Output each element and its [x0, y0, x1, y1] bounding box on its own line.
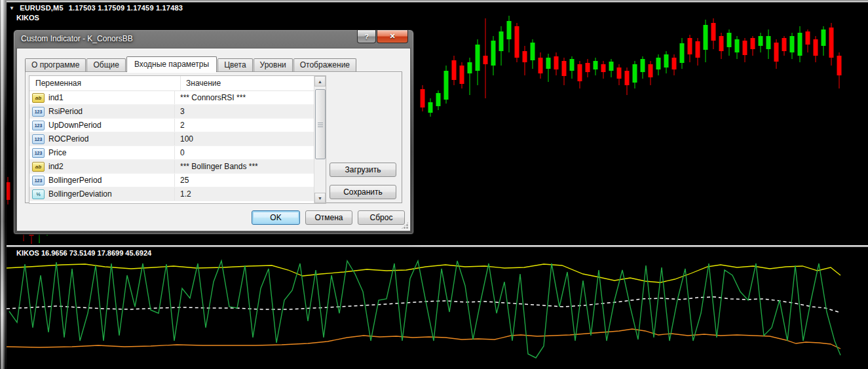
symbol-dropdown-icon[interactable]: ▼ — [9, 5, 14, 11]
window-top-border — [0, 0, 868, 3]
param-value[interactable]: 3 — [175, 107, 314, 116]
cancel-button[interactable]: Отмена — [305, 210, 352, 225]
param-name-cell: ½BollingerDeviation — [29, 187, 175, 201]
terminal-window: ▼ EURUSD,M5 1.17503 1.17509 1.17459 1.17… — [0, 0, 868, 369]
param-row-BollingerPeriod[interactable]: 123BollingerPeriod25 — [29, 174, 314, 187]
table-header: Переменная Значение — [29, 76, 326, 91]
symbol-label: EURUSD,M5 — [20, 4, 64, 12]
param-name-cell: 123RsiPeriod — [29, 105, 175, 118]
reset-button[interactable]: Сброс — [358, 210, 405, 225]
load-button[interactable]: Загрузить — [330, 163, 396, 177]
int-param-icon: 123 — [32, 176, 45, 185]
tab-levels[interactable]: Уровни — [254, 58, 293, 71]
param-value[interactable]: *** Bollinger Bands *** — [175, 162, 314, 171]
param-row-ind1[interactable]: abind1*** ConnorsRSI *** — [29, 91, 314, 105]
param-label: ind1 — [48, 93, 64, 102]
dialog-titlebar[interactable]: Custom Indicator - K_ConorsBB ? ✕ — [14, 30, 413, 48]
tab-about[interactable]: О программе — [25, 58, 86, 71]
double-param-icon: ½ — [32, 189, 45, 199]
param-name-cell: 123ROCPeriod — [29, 132, 175, 146]
save-button[interactable]: Сохранить — [330, 185, 396, 199]
column-header-variable[interactable]: Переменная — [29, 76, 181, 90]
scroll-down-icon[interactable]: ▼ — [314, 193, 326, 203]
dialog-tabs: О программеОбщиеВходные параметрыЦветаУр… — [25, 56, 357, 71]
param-label: BollingerPeriod — [48, 176, 102, 185]
dialog-client-area: О программеОбщиеВходные параметрыЦветаУр… — [16, 48, 411, 231]
int-param-icon: 123 — [32, 107, 45, 117]
param-label: ind2 — [48, 162, 64, 171]
param-row-ind2[interactable]: abind2*** Bollinger Bands *** — [29, 160, 314, 174]
param-label: ROCPeriod — [48, 134, 88, 144]
inputs-tab-panel: Переменная Значение abind1*** ConnorsRSI… — [25, 71, 402, 203]
param-row-BollingerDeviation[interactable]: ½BollingerDeviation1.2 — [29, 187, 314, 201]
param-row-RsiPeriod[interactable]: 123RsiPeriod3 — [29, 105, 314, 119]
window-left-border — [0, 0, 7, 369]
ok-button[interactable]: OK — [252, 210, 300, 225]
param-name-cell: 123Price — [29, 146, 175, 159]
help-button[interactable]: ? — [357, 30, 376, 43]
scroll-up-icon[interactable]: ▲ — [314, 76, 326, 87]
dialog-title: Custom Indicator - K_ConorsBB — [21, 34, 133, 43]
chart-indicator-label: KIKOS — [16, 14, 39, 22]
int-param-icon: 123 — [32, 121, 45, 130]
param-name-cell: 123BollingerPeriod — [29, 174, 175, 187]
caption-buttons: ? ✕ — [357, 30, 408, 43]
param-value[interactable]: 1.2 — [175, 189, 314, 199]
table-scrollbar[interactable]: ▲ ▼ — [314, 76, 326, 203]
tab-common[interactable]: Общие — [86, 58, 125, 71]
column-header-value[interactable]: Значение — [181, 79, 326, 88]
int-param-icon: 123 — [32, 148, 45, 158]
param-row-ROCPeriod[interactable]: 123ROCPeriod100 — [29, 132, 314, 146]
quote-values: 1.17503 1.17509 1.17459 1.17483 — [69, 4, 183, 12]
param-row-UpDownPeriod[interactable]: 123UpDownPeriod2 — [29, 119, 314, 132]
parameters-table: Переменная Значение abind1*** ConnorsRSI… — [29, 75, 326, 204]
param-label: RsiPeriod — [48, 107, 83, 116]
param-label: BollingerDeviation — [48, 189, 112, 199]
param-value[interactable]: 0 — [175, 148, 314, 157]
string-param-icon: ab — [32, 162, 45, 172]
custom-indicator-dialog: Custom Indicator - K_ConorsBB ? ✕ О прог… — [13, 29, 414, 235]
param-name-cell: 123UpDownPeriod — [29, 119, 175, 132]
param-value[interactable]: 2 — [175, 121, 314, 130]
chart-header: ▼ EURUSD,M5 1.17503 1.17509 1.17459 1.17… — [9, 4, 183, 12]
param-value[interactable]: 25 — [175, 176, 314, 185]
tab-visualization[interactable]: Отображение — [293, 58, 356, 71]
param-label: UpDownPeriod — [48, 121, 102, 130]
string-param-icon: ab — [32, 93, 45, 103]
pane-separator[interactable] — [7, 245, 868, 247]
param-value[interactable]: *** ConnorsRSI *** — [175, 93, 314, 102]
close-button[interactable]: ✕ — [377, 30, 408, 43]
param-name-cell: abind1 — [29, 91, 175, 104]
param-name-cell: abind2 — [29, 160, 175, 173]
int-param-icon: 123 — [32, 134, 45, 144]
scrollbar-thumb[interactable] — [315, 89, 326, 159]
kikos-indicator-chart[interactable] — [0, 247, 868, 369]
param-row-Price[interactable]: 123Price0 — [29, 146, 314, 160]
kikos-pane-label: KIKOS 16.9656 73.5149 17.8699 45.6924 — [16, 249, 151, 257]
tab-inputs[interactable]: Входные параметры — [126, 56, 217, 72]
tab-colors[interactable]: Цвета — [217, 58, 252, 71]
param-label: Price — [48, 148, 66, 157]
param-value[interactable]: 100 — [175, 134, 314, 144]
